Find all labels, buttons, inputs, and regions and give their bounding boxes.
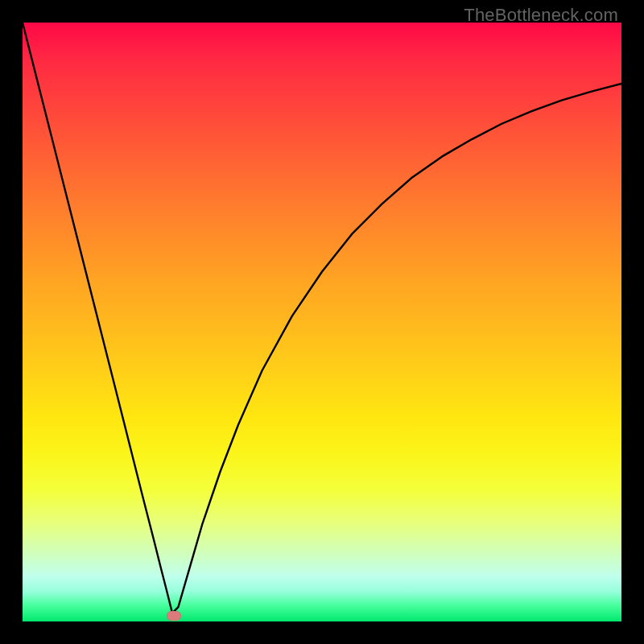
chart-container: TheBottleneck.com — [0, 0, 644, 644]
bottleneck-curve — [23, 23, 621, 621]
watermark-text: TheBottleneck.com — [464, 5, 618, 26]
plot-area — [23, 23, 621, 621]
min-point-marker — [167, 611, 181, 621]
